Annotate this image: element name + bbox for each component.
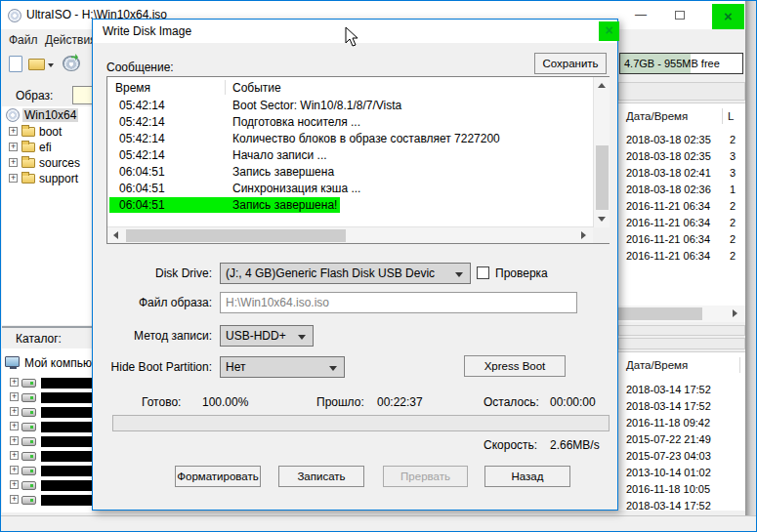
disk-drive-label: Disk Drive:	[97, 266, 212, 280]
log-row[interactable]: 05:42:14Количество блоков в образе соста…	[107, 131, 592, 147]
disk-drive-select[interactable]: (J:, 4 GB)Generic Flash Disk USB Devic	[220, 263, 471, 284]
tree-root-item[interactable]: Win10x64	[22, 108, 78, 122]
tree-item-computer[interactable]: Мой компьютер	[24, 356, 92, 370]
log-row[interactable]: 05:42:14Подготовка носителя ...	[107, 114, 592, 131]
expand-icon[interactable]	[10, 392, 19, 401]
redacted-drive-label[interactable]	[41, 480, 92, 491]
column-divider[interactable]	[225, 80, 226, 95]
expand-icon[interactable]	[9, 127, 18, 136]
list-item[interactable]: 2018-03-18 02:36	[626, 184, 711, 195]
expand-icon[interactable]	[10, 378, 19, 387]
list-item[interactable]: 2018-03-18 02:35	[626, 134, 711, 145]
list-item[interactable]: 2016-11-21 06:34	[626, 250, 710, 262]
tree-item-efi[interactable]: efi	[39, 141, 52, 154]
back-button[interactable]: Назад	[484, 466, 570, 487]
save-button[interactable]: Сохранить	[534, 53, 607, 74]
maximize-button[interactable]	[661, 1, 698, 29]
log-time: 06:04:51	[119, 198, 165, 212]
tree-item-sources[interactable]: sources	[39, 156, 80, 170]
log-row[interactable]: 06:04:51Синхронизация кэша ...	[107, 181, 592, 197]
list-item[interactable]: 2016-11-21 06:34	[626, 233, 710, 245]
log-column-event[interactable]: Событие	[232, 81, 281, 95]
list-item-size: 3	[730, 150, 736, 162]
horizontal-scrollbar[interactable]	[618, 306, 745, 322]
list-item[interactable]: 2016-11-18 10:05	[626, 483, 710, 495]
redacted-drive-label[interactable]	[41, 378, 92, 389]
new-document-icon[interactable]	[9, 56, 22, 72]
column-header-date[interactable]: Дата/Время	[626, 359, 688, 371]
scroll-up-icon[interactable]	[598, 83, 606, 88]
write-button[interactable]: Записать	[278, 466, 364, 487]
log-row[interactable]: 06:04:51Запись завершена	[107, 164, 592, 181]
scrollbar-thumb[interactable]	[126, 229, 346, 242]
verify-label[interactable]: Проверка	[495, 266, 548, 280]
expand-icon[interactable]	[9, 158, 18, 167]
redacted-drive-label[interactable]	[41, 392, 92, 403]
column-divider[interactable]	[739, 357, 740, 373]
panel-splitter[interactable]	[2, 326, 92, 328]
column-header-date[interactable]: Дата/Время	[626, 110, 688, 122]
list-item[interactable]: 2015-07-23 04:03	[626, 450, 711, 462]
list-item[interactable]: 2016-11-18 09:42	[626, 417, 710, 429]
hide-boot-value: Нет	[226, 360, 245, 374]
vertical-scrollbar[interactable]	[593, 77, 610, 227]
tree-item-boot[interactable]: boot	[39, 125, 62, 139]
tree-item-support[interactable]: support	[39, 172, 78, 185]
hide-boot-select[interactable]: Нет	[220, 356, 345, 378]
list-item[interactable]: 2018-03-18 02:35	[626, 150, 711, 162]
xpress-boot-button[interactable]: Xpress Boot	[464, 355, 566, 377]
horizontal-scrollbar[interactable]	[107, 226, 593, 243]
log-event: Синхронизация кэша ...	[232, 182, 360, 195]
menu-item-file[interactable]: Файл	[9, 33, 38, 47]
expand-icon[interactable]	[9, 174, 18, 183]
scrollbar-thumb[interactable]	[596, 145, 609, 210]
list-item[interactable]: 2016-11-21 06:34	[626, 217, 710, 228]
redacted-drive-label[interactable]	[41, 466, 92, 476]
expand-icon[interactable]	[10, 436, 19, 445]
minimize-button[interactable]: —	[622, 1, 659, 29]
log-row[interactable]: 05:42:14Начало записи ...	[107, 147, 592, 164]
redacted-drive-label[interactable]	[41, 407, 92, 418]
scroll-right-icon[interactable]	[733, 309, 737, 317]
log-row-highlighted[interactable]: 06:04:51Запись завершена!	[107, 197, 592, 214]
scroll-right-icon[interactable]	[581, 231, 586, 239]
redacted-drive-label[interactable]	[41, 495, 92, 506]
column-header-next[interactable]: L	[728, 110, 734, 122]
list-item[interactable]: 2013-10-14 01:02	[626, 467, 711, 478]
expand-icon[interactable]	[10, 407, 19, 416]
scroll-down-icon[interactable]	[598, 217, 606, 222]
expand-icon[interactable]	[9, 143, 18, 151]
app-icon	[8, 9, 21, 22]
expand-icon[interactable]	[10, 495, 19, 504]
redacted-drive-label[interactable]	[41, 422, 92, 432]
open-dropdown-icon[interactable]	[48, 63, 54, 67]
redacted-drive-label[interactable]	[41, 451, 92, 462]
verify-checkbox[interactable]	[477, 266, 489, 279]
expand-icon[interactable]	[10, 466, 19, 474]
close-button[interactable]: ×	[712, 4, 744, 29]
list-item[interactable]: 2016-11-21 06:34	[626, 200, 710, 212]
column-divider[interactable]	[722, 108, 723, 124]
log-column-time[interactable]: Время	[115, 81, 150, 95]
expand-icon[interactable]	[10, 451, 19, 460]
list-item[interactable]: 2018-03-14 17:52	[626, 500, 711, 511]
expand-icon[interactable]	[10, 422, 19, 430]
redacted-drive-label[interactable]	[41, 436, 92, 447]
list-item[interactable]: 2018-03-14 17:52	[626, 384, 711, 395]
burn-disc-icon[interactable]	[63, 56, 80, 71]
folder-icon	[21, 127, 35, 137]
format-button[interactable]: Форматировать	[175, 466, 261, 487]
list-item[interactable]: 2018-03-14 17:52	[626, 400, 711, 412]
open-folder-icon[interactable]	[28, 59, 45, 70]
list-item[interactable]: 2018-03-18 02:41	[626, 167, 711, 179]
log-row[interactable]: 05:42:14Boot Sector: Win10/8.1/8/7/Vista	[107, 98, 592, 114]
dialog-close-button[interactable]: ×	[599, 21, 619, 41]
list-item[interactable]: 2015-07-22 21:49	[626, 433, 711, 445]
image-file-input[interactable]: H:\Win10x64.iso.iso	[220, 292, 577, 313]
expand-icon[interactable]	[10, 480, 19, 489]
scrollbar-thumb[interactable]	[618, 307, 702, 320]
write-method-select[interactable]: USB-HDD+	[220, 325, 314, 347]
menu-item-actions[interactable]: Действия	[45, 33, 97, 47]
scroll-left-icon[interactable]	[113, 231, 118, 239]
log-event: Запись завершена!	[232, 198, 337, 212]
